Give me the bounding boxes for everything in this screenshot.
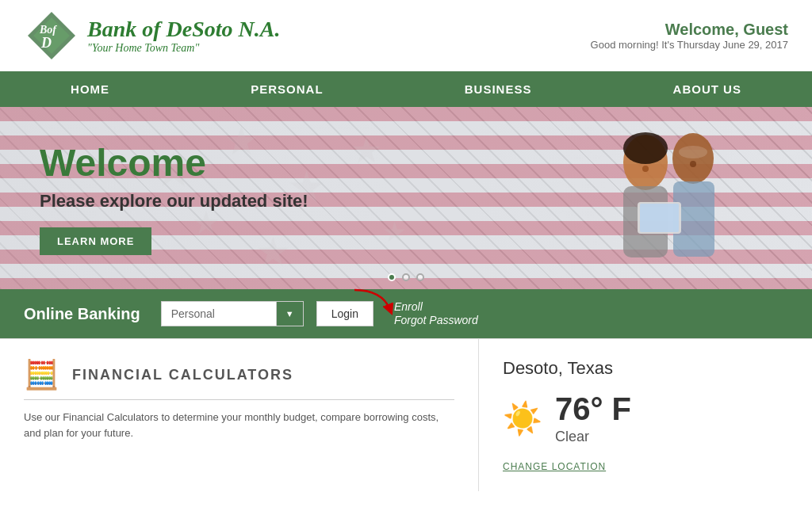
svg-point-17 (623, 132, 668, 164)
carousel-dot-2[interactable] (402, 273, 410, 281)
nav-business[interactable]: BUSINESS (433, 71, 564, 107)
welcome-area: Welcome, Guest Good morning! It's Thursd… (591, 21, 788, 51)
svg-point-19 (642, 166, 649, 172)
carousel-dots (388, 273, 424, 281)
hero-content: Welcome Please explore our updated site!… (0, 125, 348, 271)
nav-about-us[interactable]: ABOUT US (642, 71, 773, 107)
calc-header: 🧮 FINANCIAL CALCULATORS (24, 358, 454, 400)
learn-more-button[interactable]: LEARN MORE (40, 227, 151, 255)
logo-text: Bank of DeSoto N.A. "Your Home Town Team… (87, 17, 280, 55)
welcome-greeting: Welcome, Guest (591, 21, 788, 39)
svg-text:★: ★ (382, 216, 407, 247)
weather-condition: Clear (555, 429, 631, 445)
banking-type-select[interactable]: Personal Business (161, 301, 304, 326)
carousel-dot-1[interactable] (388, 273, 396, 281)
hero-subtitle: Please explore our updated site! (40, 191, 308, 212)
calc-title: FINANCIAL CALCULATORS (72, 367, 293, 383)
svg-text:D: D (40, 35, 52, 51)
online-banking-bar: Online Banking Personal Business Login E… (0, 289, 812, 338)
change-location-link[interactable]: CHANGE LOCATION (503, 461, 788, 472)
svg-marker-1 (33, 17, 70, 54)
weather-section: Desoto, Texas ☀️ 76° F Clear CHANGE LOCA… (479, 339, 812, 491)
svg-rect-16 (640, 204, 679, 232)
enroll-link[interactable]: Enroll (394, 300, 478, 313)
svg-point-20 (690, 161, 696, 167)
enroll-area: Enroll Forgot Password (394, 300, 478, 327)
bottom-section: 🧮 FINANCIAL CALCULATORS Use our Financia… (0, 338, 812, 491)
banking-select-wrapper: Personal Business (161, 301, 304, 326)
weather-location: Desoto, Texas (503, 358, 788, 379)
logo-area: Bof D Bank of DeSoto N.A. "Your Home Tow… (24, 8, 280, 63)
nav-home[interactable]: HOME (39, 71, 141, 107)
calculator-icon: 🧮 (24, 358, 59, 391)
weather-temperature: 76° F (555, 391, 631, 427)
online-banking-label: Online Banking (24, 305, 140, 323)
bank-name: Bank of DeSoto N.A. (87, 17, 280, 42)
svg-point-18 (679, 146, 707, 158)
hero-title: Welcome (40, 141, 308, 185)
svg-text:★: ★ (350, 130, 382, 170)
calc-description: Use our Financial Calculators to determi… (24, 410, 454, 440)
logo-icon: Bof D (24, 8, 79, 63)
financial-calculators-section: 🧮 FINANCIAL CALCULATORS Use our Financia… (0, 339, 479, 491)
weather-display: ☀️ 76° F Clear (503, 391, 788, 445)
forgot-password-link[interactable]: Forgot Password (394, 314, 478, 326)
bank-tagline: "Your Home Town Team" (87, 42, 280, 55)
nav-personal[interactable]: PERSONAL (219, 71, 354, 107)
svg-text:Bof: Bof (39, 24, 57, 36)
hero-banner: ★ ★ ★ ★ ★ ★ ★ Welcome Please explore our… (0, 107, 812, 289)
carousel-dot-3[interactable] (416, 273, 424, 281)
sun-icon: ☀️ (503, 400, 542, 437)
main-nav: HOME PERSONAL BUSINESS ABOUT US (0, 71, 812, 107)
welcome-date: Good morning! It's Thursday June 29, 201… (591, 39, 788, 51)
header: Bof D Bank of DeSoto N.A. "Your Home Tow… (0, 0, 812, 71)
weather-info: 76° F Clear (555, 391, 631, 445)
